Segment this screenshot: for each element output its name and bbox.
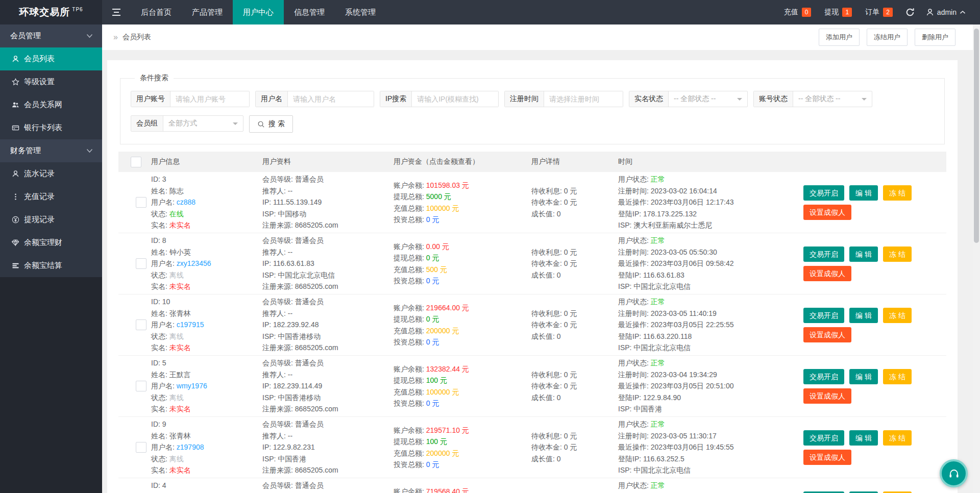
username-link[interactable]: wmy1976 <box>177 382 207 390</box>
sidebar-item-yuebao-finance[interactable]: 余额宝理财 <box>0 231 102 254</box>
account-balance[interactable]: 219571.10 元 <box>426 426 469 434</box>
trade-toggle-button[interactable]: 交易开启 <box>803 491 844 493</box>
set-fake-user-button[interactable]: 设置成假人 <box>803 450 851 465</box>
sidebar-group-finance-management[interactable]: 财务管理 <box>0 139 102 162</box>
select-all-checkbox[interactable] <box>131 157 141 167</box>
freeze-button[interactable]: 冻 结 <box>883 430 912 446</box>
withdraw-total[interactable]: 0 元 <box>426 254 439 262</box>
invest-total[interactable]: 0 元 <box>426 277 439 285</box>
recharge-total[interactable]: 100000 元 <box>426 204 459 212</box>
account-status-select[interactable]: -- 全部状态 -- <box>793 91 872 107</box>
row-checkbox[interactable] <box>136 442 146 453</box>
recharge-stat[interactable]: 充值 0 <box>777 8 818 17</box>
sidebar-toggle-button[interactable] <box>102 0 131 24</box>
person-icon <box>12 170 19 178</box>
account-input[interactable] <box>170 91 249 107</box>
register-time-input[interactable] <box>544 91 623 107</box>
row-checkbox[interactable] <box>136 319 146 330</box>
username-link[interactable]: cz888 <box>177 198 195 206</box>
sidebar-item-withdraw-records[interactable]: 提现记录 <box>0 208 102 231</box>
sidebar-item-member-network[interactable]: 会员关系网 <box>0 93 102 116</box>
search-button[interactable]: 搜 索 <box>249 115 293 133</box>
edit-button[interactable]: 编 辑 <box>849 369 878 384</box>
trade-toggle-button[interactable]: 交易开启 <box>803 369 844 384</box>
sidebar-item-member-list[interactable]: 会员列表 <box>0 47 102 70</box>
nav-item-dashboard[interactable]: 后台首页 <box>131 0 182 24</box>
sidebar-group-member-management[interactable]: 会员管理 <box>0 24 102 47</box>
scrollbar-thumb[interactable] <box>974 29 979 243</box>
sidebar-item-bank-cards[interactable]: 银行卡列表 <box>0 116 102 139</box>
nav-item-information[interactable]: 信息管理 <box>284 0 335 24</box>
floating-service-button[interactable] <box>940 459 968 487</box>
withdraw-total[interactable]: 5000 元 <box>426 192 451 201</box>
bank-card-icon <box>12 124 19 132</box>
edit-button[interactable]: 编 辑 <box>849 185 878 201</box>
withdraw-total[interactable]: 100 元 <box>426 376 447 384</box>
recharge-total[interactable]: 500 元 <box>426 265 447 274</box>
invest-total[interactable]: 0 元 <box>426 399 439 407</box>
account-balance[interactable]: 101598.03 元 <box>426 181 469 189</box>
set-fake-user-button[interactable]: 设置成假人 <box>803 327 851 342</box>
invest-total[interactable]: 0 元 <box>426 460 439 469</box>
recharge-total[interactable]: 200000 元 <box>426 327 459 335</box>
account-balance[interactable]: 132382.44 元 <box>426 365 469 373</box>
recharge-total[interactable]: 100000 元 <box>426 388 459 396</box>
invest-total[interactable]: 0 元 <box>426 215 439 224</box>
set-fake-user-button[interactable]: 设置成假人 <box>803 205 851 220</box>
freeze-button[interactable]: 冻 结 <box>883 491 912 493</box>
row-checkbox[interactable] <box>136 197 146 208</box>
ip-search-input[interactable] <box>412 91 498 107</box>
freeze-user-button[interactable]: 冻结用户 <box>867 29 908 46</box>
trade-toggle-button[interactable]: 交易开启 <box>803 430 844 446</box>
username-link[interactable]: c197915 <box>177 321 204 329</box>
online-status: 离线 <box>169 455 184 463</box>
edit-button[interactable]: 编 辑 <box>849 246 878 262</box>
sidebar-item-yuebao-settlement[interactable]: 余额宝结算 <box>0 254 102 277</box>
user-menu[interactable]: admin <box>921 8 971 16</box>
sidebar-item-level-settings[interactable]: 等级设置 <box>0 70 102 93</box>
freeze-button[interactable]: 冻 结 <box>883 246 912 262</box>
account-balance[interactable]: 219664.00 元 <box>426 304 469 312</box>
edit-button[interactable]: 编 辑 <box>849 491 878 493</box>
freeze-button[interactable]: 冻 结 <box>883 185 912 201</box>
vertical-scrollbar[interactable] <box>973 24 980 493</box>
row-checkbox[interactable] <box>136 381 146 391</box>
set-fake-user-button[interactable]: 设置成假人 <box>803 266 851 281</box>
account-balance[interactable]: 719568.40 元 <box>426 487 469 493</box>
trade-toggle-button[interactable]: 交易开启 <box>803 185 844 201</box>
last-operation-time: 2023年03月05日 22:25:55 <box>651 321 734 329</box>
username-link[interactable]: z197908 <box>177 443 204 451</box>
trade-toggle-button[interactable]: 交易开启 <box>803 246 844 262</box>
orders-stat[interactable]: 订单 2 <box>859 8 899 17</box>
freeze-button[interactable]: 冻 结 <box>883 369 912 384</box>
invest-total[interactable]: 0 元 <box>426 338 439 346</box>
refresh-button[interactable] <box>899 8 921 17</box>
sidebar-item-recharge-records[interactable]: 充值记录 <box>0 185 102 208</box>
register-time: 2023-03-02 16:04:14 <box>651 187 717 195</box>
sidebar-item-flow-records[interactable]: 流水记录 <box>0 162 102 185</box>
recharge-total[interactable]: 200000 元 <box>426 449 459 457</box>
account-balance[interactable]: 0.00 元 <box>426 242 449 251</box>
member-group-select[interactable]: 全部方式 <box>163 116 243 131</box>
nav-item-user-center[interactable]: 用户中心 <box>233 0 284 24</box>
trade-toggle-button[interactable]: 交易开启 <box>803 308 844 323</box>
nav-item-system[interactable]: 系统管理 <box>335 0 386 24</box>
username-input[interactable] <box>288 91 374 107</box>
set-fake-user-button[interactable]: 设置成假人 <box>803 388 851 404</box>
freeze-button[interactable]: 冻 结 <box>883 308 912 323</box>
growth-value: 0 <box>557 393 561 402</box>
user-funds-cell: 账户余额: 219664.00 元 提现总额: 0 元 充值总额: 200000… <box>394 294 531 355</box>
realname-status-select[interactable]: -- 全部状态 -- <box>669 91 747 107</box>
user-info-cell: ID: 10 姓名: 张青林 用户名: c197915 状态: 离线 实名: 未… <box>151 294 262 355</box>
row-checkbox[interactable] <box>136 258 146 269</box>
delete-user-button[interactable]: 删除用户 <box>915 29 955 46</box>
add-user-button[interactable]: 添加用户 <box>819 29 860 46</box>
withdraw-stat[interactable]: 提现 1 <box>818 8 859 17</box>
withdraw-badge: 1 <box>842 8 852 17</box>
edit-button[interactable]: 编 辑 <box>849 308 878 323</box>
withdraw-total[interactable]: 0 元 <box>426 315 439 323</box>
nav-item-products[interactable]: 产品管理 <box>182 0 233 24</box>
edit-button[interactable]: 编 辑 <box>849 430 878 446</box>
username-link[interactable]: zxy123456 <box>177 259 211 267</box>
withdraw-total[interactable]: 100 元 <box>426 437 447 446</box>
